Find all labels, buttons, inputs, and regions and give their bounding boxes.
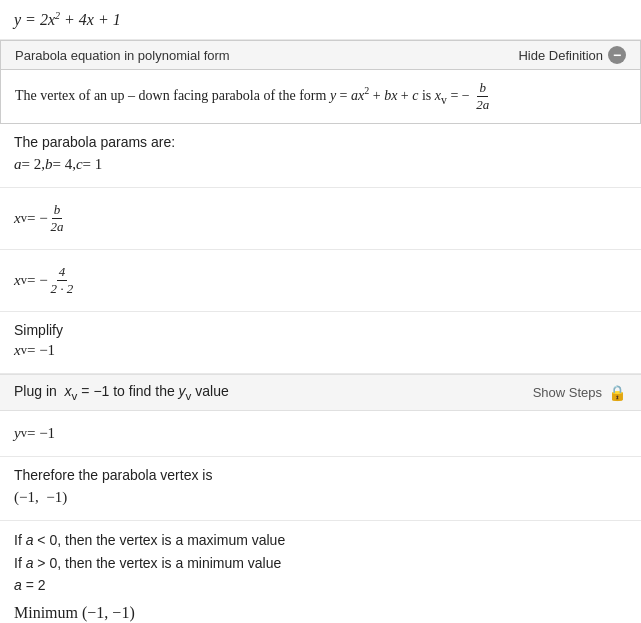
xv-fraction-num: b [52, 202, 63, 219]
yv-result-section: yv = −1 [0, 411, 641, 457]
xv-sub-fraction: 4 2 · 2 [49, 264, 76, 297]
plugin-label: Plug in xv = −1 to find the yv value [14, 383, 229, 402]
definition-body-text: The vertex of an up – down facing parabo… [15, 88, 492, 103]
yv-result-line: yv = −1 [14, 425, 627, 442]
lock-icon: 🔒 [608, 384, 627, 402]
minimum-info-section: If a < 0, then the vertex is a maximum v… [0, 521, 641, 623]
simplify-section: Simplify xv = −1 [0, 312, 641, 374]
xv-formula-section: xv = − b 2a [0, 188, 641, 250]
xv-substituted-section: xv = − 4 2 · 2 [0, 250, 641, 312]
simplify-result: xv = −1 [14, 342, 627, 359]
main-equation: y = 2x2 + 4x + 1 [0, 0, 641, 40]
params-values: a = 2, b = 4, c = 1 [14, 156, 627, 173]
xv-formula-line: xv = − b 2a [14, 202, 627, 235]
xv-substituted-line: xv = − 4 2 · 2 [14, 264, 627, 297]
vertex-conclusion-text: Therefore the parabola vertex is [14, 467, 627, 483]
definition-body: The vertex of an up – down facing parabo… [1, 70, 640, 123]
xv-fraction: b 2a [49, 202, 66, 235]
minimum-line2: If a > 0, then the vertex is a minimum v… [14, 552, 627, 574]
plugin-box: Plug in xv = −1 to find the yv value Sho… [0, 374, 641, 411]
xv-sub-fraction-num: 4 [57, 264, 68, 281]
minimum-line3: a = 2 [14, 574, 627, 596]
show-steps-button[interactable]: Show Steps 🔒 [533, 384, 627, 402]
definition-fraction: b 2a [474, 80, 491, 113]
main-equation-text: y = 2x2 + 4x + 1 [14, 11, 121, 28]
params-section: The parabola params are: a = 2, b = 4, c… [0, 124, 641, 188]
params-intro: The parabola params are: [14, 134, 627, 150]
minus-icon: − [608, 46, 626, 64]
vertex-value: (−1, −1) [14, 489, 627, 506]
show-steps-label: Show Steps [533, 385, 602, 400]
definition-box: Parabola equation in polynomial form Hid… [0, 40, 641, 124]
definition-fraction-den: 2a [474, 97, 491, 113]
definition-title: Parabola equation in polynomial form [15, 48, 230, 63]
definition-header: Parabola equation in polynomial form Hid… [1, 41, 640, 70]
vertex-conclusion-section: Therefore the parabola vertex is (−1, −1… [0, 457, 641, 521]
xv-fraction-den: 2a [49, 219, 66, 235]
hide-definition-button[interactable]: Hide Definition − [518, 46, 626, 64]
hide-definition-label: Hide Definition [518, 48, 603, 63]
minimum-result: Minimum (−1, −1) [14, 604, 627, 622]
simplify-label: Simplify [14, 322, 627, 338]
minimum-line1: If a < 0, then the vertex is a maximum v… [14, 529, 627, 551]
definition-fraction-num: b [477, 80, 488, 97]
xv-sub-fraction-den: 2 · 2 [49, 281, 76, 297]
minimum-info-lines: If a < 0, then the vertex is a maximum v… [14, 529, 627, 596]
